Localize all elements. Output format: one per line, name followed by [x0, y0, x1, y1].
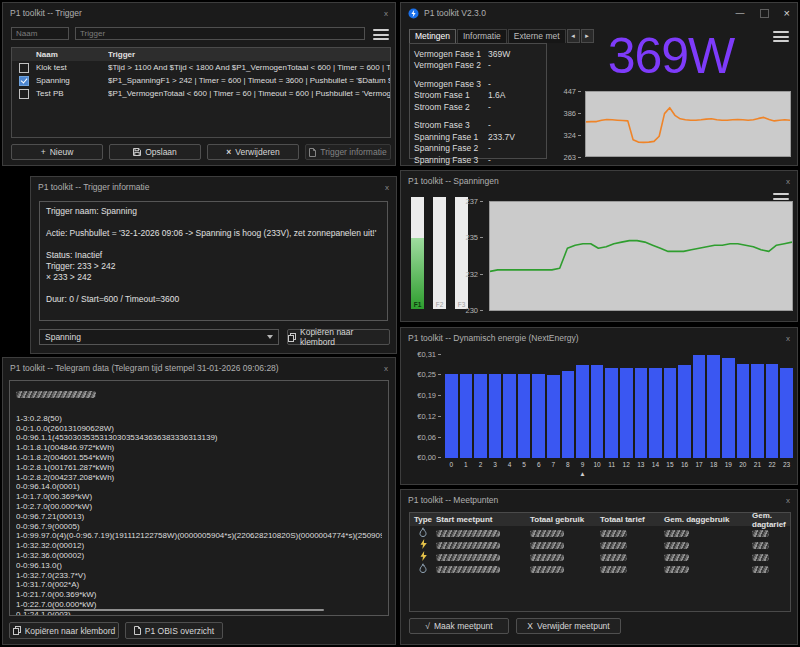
- meetpunt-row[interactable]: [410, 562, 790, 574]
- row-checkbox[interactable]: [19, 76, 29, 86]
- trigger-select[interactable]: Spanning: [39, 329, 279, 345]
- column-header-type[interactable]: Type: [410, 515, 436, 524]
- window-meetpunten-title: P1 toolkit -- Meetpunten: [408, 495, 498, 505]
- window-trigger-informatie-titlebar[interactable]: P1 toolkit -- Trigger informatie x: [31, 177, 396, 197]
- close-icon[interactable]: x: [385, 183, 389, 192]
- trigger-table-body: Klok test $Tijd > 1100 And $Tijd < 1800 …: [12, 61, 390, 100]
- window-trigger-titlebar[interactable]: P1 toolkit -- Trigger x: [3, 3, 395, 23]
- price-bar: [751, 364, 764, 458]
- copy-icon: [13, 626, 21, 635]
- price-bar: [707, 355, 720, 458]
- measurement-value: 1.6A: [488, 90, 506, 100]
- gas-flame-icon: [419, 527, 427, 537]
- page-icon: [309, 148, 316, 157]
- x-tick-label: 20: [737, 461, 750, 468]
- telegram-line: 0-0:96.1.1(45303035353130303534363638333…: [16, 433, 382, 443]
- info-line: Status: Inactief: [46, 250, 381, 261]
- measurement-label: Vermogen Fase 1: [414, 49, 488, 59]
- close-icon[interactable]: x: [786, 334, 790, 343]
- trigger-name: Spanning: [36, 76, 108, 85]
- window-spanningen-titlebar[interactable]: P1 toolkit -- Spanningen x: [401, 171, 797, 191]
- telegram-line: 0-0:96.7.21(00013): [16, 512, 382, 522]
- telegram-line: 1-0:1.7.0(00.369*kW): [16, 492, 382, 502]
- redacted-value: [436, 566, 500, 573]
- table-row[interactable]: Test PB $P1_VermogenTotaal < 600 | Timer…: [12, 87, 390, 100]
- tab[interactable]: Externe met: [508, 29, 566, 43]
- verwijder-meetpunt-button[interactable]: X Verwijder meetpunt: [516, 618, 621, 634]
- close-icon[interactable]: x: [384, 364, 388, 373]
- opslaan-button[interactable]: Opslaan: [109, 144, 201, 160]
- close-icon[interactable]: x: [786, 177, 790, 186]
- x-icon: X: [527, 621, 533, 631]
- telegram-line: 0-0:1.0.0(260131090628W): [16, 424, 382, 434]
- trigger-name: Klok test: [36, 63, 108, 72]
- maak-meetpunt-button[interactable]: √ Maak meetpunt: [409, 618, 509, 634]
- trigger-informatie-button[interactable]: Trigger informatie: [305, 144, 391, 160]
- row-checkbox[interactable]: [19, 63, 29, 73]
- page-icon: [134, 626, 141, 635]
- nieuw-button[interactable]: + Nieuw: [11, 144, 103, 160]
- window-telegram-titlebar[interactable]: P1 toolkit -- Telegram data (Telegram ti…: [3, 358, 395, 378]
- plus-icon: +: [41, 147, 46, 157]
- measurement-value: -: [488, 143, 491, 153]
- telegram-line: 1-0:32.36.0(00002): [16, 551, 382, 561]
- measurement-value: -: [488, 79, 491, 89]
- column-header-naam[interactable]: Naam: [36, 50, 108, 59]
- hamburger-menu-icon[interactable]: [773, 31, 789, 42]
- verwijderen-button[interactable]: × Verwijderen: [207, 144, 299, 160]
- phase-bar-f2: F2: [433, 197, 446, 309]
- price-bar: [576, 365, 589, 458]
- window-dynamisch-titlebar[interactable]: P1 toolkit -- Dynamisch energie (NextEne…: [401, 328, 797, 348]
- x-tick-label: 13: [635, 461, 648, 468]
- close-icon[interactable]: ×: [784, 7, 790, 19]
- minimize-icon[interactable]: —: [736, 8, 745, 18]
- tab[interactable]: Informatie: [457, 29, 507, 43]
- measurement-label: Stroom Fase 2: [414, 102, 488, 112]
- price-bar: [503, 374, 516, 458]
- telegram-textbox[interactable]: 1-3:0.2.8(50)0-0:1.0.0(260131090628W)0-0…: [9, 380, 389, 616]
- row-checkbox[interactable]: [19, 89, 29, 99]
- window-main: P1 toolkit V2.3.0 — × Metingen Informati…: [400, 2, 798, 166]
- electric-bolt-icon: [420, 539, 427, 549]
- measurement-row: Vermogen Fase 2 -: [414, 60, 542, 72]
- telegram-line: 1-0:32.32.0(00012): [16, 541, 382, 551]
- close-icon[interactable]: x: [786, 496, 790, 505]
- trigger-table-header: Naam Trigger: [12, 48, 390, 61]
- p1-obis-overzicht-button[interactable]: P1 OBIS overzicht: [125, 622, 223, 639]
- column-header-trigger[interactable]: Trigger: [108, 50, 390, 59]
- horizontal-scrollbar[interactable]: [24, 609, 324, 611]
- table-row[interactable]: Klok test $Tijd > 1100 And $Tijd < 1800 …: [12, 61, 390, 74]
- kopieren-klembord-button[interactable]: Kopiëren naar klembord: [287, 329, 390, 345]
- price-bar: [489, 374, 502, 458]
- trigger-filter-input[interactable]: [75, 27, 365, 40]
- telegram-line: 1-3:0.2.8(50): [16, 414, 382, 424]
- telegram-line: 0-0:96.14.0(0001): [16, 482, 382, 492]
- window-main-title: P1 toolkit V2.3.0: [424, 8, 486, 18]
- measurements-panel: Vermogen Fase 1 369W Vermogen Fase 2 - V…: [409, 43, 547, 159]
- measurement-row: Stroom Fase 3 -: [414, 120, 542, 132]
- naam-filter-input[interactable]: [11, 27, 69, 40]
- maximize-icon[interactable]: [760, 9, 769, 18]
- kopieren-klembord-button[interactable]: Kopiëren naar klembord: [9, 622, 119, 639]
- redacted-meter-id: [16, 391, 96, 398]
- tab-strip: Metingen Informatie Externe met ◄ ►: [409, 29, 594, 43]
- x-tick-label: 12: [620, 461, 633, 468]
- window-main-titlebar[interactable]: P1 toolkit V2.3.0 — ×: [401, 3, 797, 23]
- measurement-label: Spanning Fase 1: [414, 132, 488, 142]
- window-meetpunten-titlebar[interactable]: P1 toolkit -- Meetpunten x: [401, 490, 797, 510]
- price-bar: [780, 368, 793, 458]
- x-tick-label: 21: [751, 461, 764, 468]
- tab[interactable]: Metingen: [409, 29, 456, 43]
- save-icon: [133, 148, 141, 156]
- trigger-info-textbox[interactable]: Trigger naam: Spanning Actie: Pushbullet…: [39, 201, 388, 321]
- x-tick-label: 2: [474, 461, 487, 468]
- x-tick-label: 16: [678, 461, 691, 468]
- table-row[interactable]: Spanning $P1_SpanningF1 > 242 | Timer = …: [12, 74, 390, 87]
- hamburger-menu-icon[interactable]: [373, 29, 389, 40]
- desktop: P1 toolkit -- Trigger x Naam Trigger Klo…: [0, 0, 800, 647]
- window-trigger-title: P1 toolkit -- Trigger: [10, 8, 82, 18]
- price-chart-y-axis: €0,31€0,25€0,19€0,12€0,06€0,00: [409, 354, 441, 458]
- close-icon[interactable]: x: [384, 9, 388, 18]
- telegram-line: 1-0:21.7.0(00.369*kW): [16, 590, 382, 600]
- x-tick-label: 19: [722, 461, 735, 468]
